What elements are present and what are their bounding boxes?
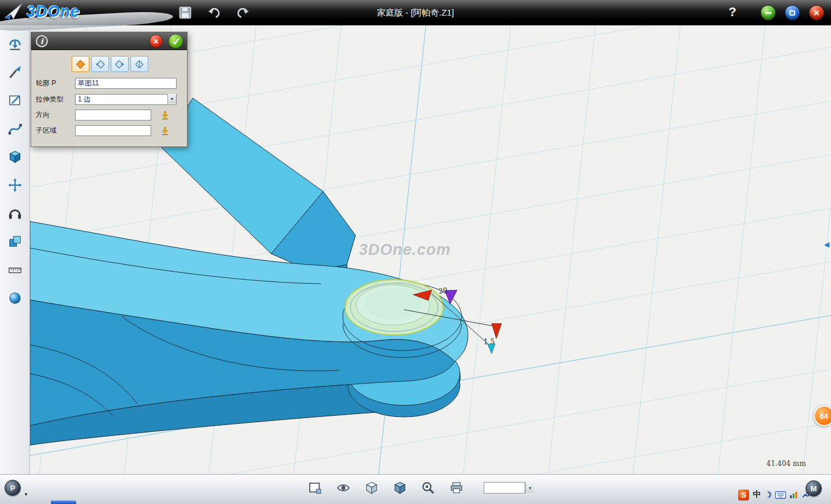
view-orientation-button[interactable]: [361, 477, 382, 498]
view-scale-combo: ▾: [484, 482, 534, 494]
close-icon: ×: [814, 8, 819, 18]
view-scale-dropdown-icon[interactable]: ▾: [525, 483, 534, 493]
ime-language-toggle[interactable]: 中: [753, 490, 761, 500]
pick-arrow-icon: [160, 126, 170, 136]
solid-feature-button[interactable]: [5, 146, 25, 167]
mode-intersect-button[interactable]: [130, 56, 148, 72]
help-button[interactable]: ?: [729, 5, 736, 20]
ruler-icon: [8, 262, 23, 277]
eye-icon: [335, 480, 351, 495]
subregion-picker-button[interactable]: [160, 126, 170, 136]
taskbar-fragment[interactable]: [51, 501, 76, 504]
app-name: 3DOne: [27, 3, 80, 21]
extrude-mode-buttons: [72, 56, 182, 72]
undo-button[interactable]: [205, 4, 223, 21]
measurement-readout: 41.404 mm: [766, 460, 806, 468]
decorate-button[interactable]: [5, 62, 25, 82]
dialog-confirm-button[interactable]: [169, 34, 183, 48]
spline-curve-icon: [8, 121, 23, 136]
extrude-type-select[interactable]: [75, 94, 177, 105]
profile-row: 轮廓 P: [36, 78, 182, 89]
mode-extrude-button[interactable]: [72, 56, 89, 72]
curve-button[interactable]: [5, 118, 25, 139]
ime-fullwidth-moon-icon[interactable]: ☽: [764, 490, 772, 499]
sphere-icon: [8, 291, 23, 306]
dialog-cancel-button[interactable]: ×: [149, 35, 163, 48]
subregion-row: 子区域: [36, 125, 182, 136]
title-bar: 3DOne 家庭版 - [阿帕奇.Z1] ? ×: [0, 0, 831, 25]
sketch-region[interactable]: [345, 280, 443, 335]
ime-stats-button[interactable]: [789, 491, 798, 499]
ime-tray: S 中 ☽: [738, 488, 809, 501]
notification-badge[interactable]: 64: [814, 405, 831, 426]
render-material-button[interactable]: [5, 288, 25, 309]
magnifier-icon: [421, 480, 436, 495]
profile-input[interactable]: [75, 78, 177, 89]
export-3d-print-button[interactable]: [5, 33, 25, 54]
maximize-button[interactable]: [785, 5, 800, 20]
direction-picker-button[interactable]: [160, 111, 170, 120]
assembly-button[interactable]: [5, 203, 25, 224]
minimize-button[interactable]: [761, 5, 776, 20]
ime-keyboard-button[interactable]: [775, 491, 786, 499]
show-sketch-plane-button[interactable]: [305, 477, 325, 498]
mode-add-button[interactable]: [91, 56, 109, 72]
status-bar: P ▼: [0, 474, 831, 504]
dialog-header[interactable]: i ×: [31, 32, 187, 50]
subregion-label: 子区域: [36, 126, 75, 136]
cube-icon: [8, 149, 23, 164]
sketch-button[interactable]: [5, 90, 25, 111]
zoom-window-button[interactable]: [418, 477, 439, 498]
left-toolbar: [0, 25, 30, 474]
close-button[interactable]: ×: [809, 5, 824, 20]
subregion-input[interactable]: [75, 125, 151, 136]
check-icon: [171, 37, 180, 46]
pattern-caret-icon[interactable]: ▼: [24, 492, 28, 497]
dimension-label-draft: 1 5: [484, 338, 495, 346]
view-scale-input[interactable]: [484, 482, 525, 494]
printer-icon: [449, 480, 464, 495]
combine-cubes-icon: [8, 234, 23, 249]
extrude-dialog: i × 轮廓 P 拉伸类型: [31, 32, 188, 147]
move-arrows-icon: [8, 178, 23, 193]
profile-label: 轮廓 P: [36, 78, 75, 88]
measure-button[interactable]: [5, 259, 25, 280]
dialog-body: 轮廓 P 拉伸类型 ▾ 方向 子区域: [31, 50, 187, 146]
print-button[interactable]: [446, 477, 467, 498]
dimension-label-extrude: 20: [438, 286, 448, 295]
direction-row: 方向: [36, 110, 182, 121]
display-mode-button[interactable]: [390, 477, 410, 498]
maximize-icon: [789, 10, 795, 16]
extrude-type-row: 拉伸类型 ▾: [36, 93, 182, 105]
headset-icon: [8, 206, 23, 221]
pick-arrow-icon: [160, 111, 170, 120]
keyboard-icon: [775, 491, 786, 499]
extrude-type-dropdown-icon[interactable]: ▾: [167, 94, 176, 104]
direction-input[interactable]: [75, 110, 151, 121]
extrude-type-label: 拉伸类型: [36, 95, 75, 104]
view-toolbar: ▾: [305, 477, 534, 498]
document-title: 家庭版 - [阿帕奇.Z1]: [0, 7, 831, 18]
visibility-button[interactable]: [333, 477, 354, 498]
mode-quick-button[interactable]: M: [806, 480, 822, 497]
paper-plane-icon: [3, 2, 23, 21]
mode-subtract-button[interactable]: [111, 56, 129, 72]
app-logo: 3DOne: [3, 2, 80, 21]
save-button[interactable]: [177, 4, 194, 21]
bar-chart-icon: [789, 491, 798, 499]
direction-label: 方向: [36, 110, 75, 120]
shaded-cube-icon: [392, 480, 407, 495]
move-button[interactable]: [5, 175, 25, 195]
redo-button[interactable]: [234, 4, 252, 21]
printer-3d-icon: [8, 36, 23, 51]
sketch-plane-icon: [8, 93, 23, 108]
watermark: 3DOne.com: [359, 241, 451, 259]
minimize-icon: [765, 12, 772, 14]
plane-icon: [308, 480, 323, 495]
view-cube-icon: [364, 480, 379, 495]
sogou-ime-icon[interactable]: S: [738, 490, 749, 501]
pattern-quick-button[interactable]: P: [5, 480, 21, 496]
panel-collapse-arrow-icon[interactable]: ◀: [824, 240, 829, 249]
info-icon: i: [36, 35, 48, 47]
combine-button[interactable]: [5, 231, 25, 252]
